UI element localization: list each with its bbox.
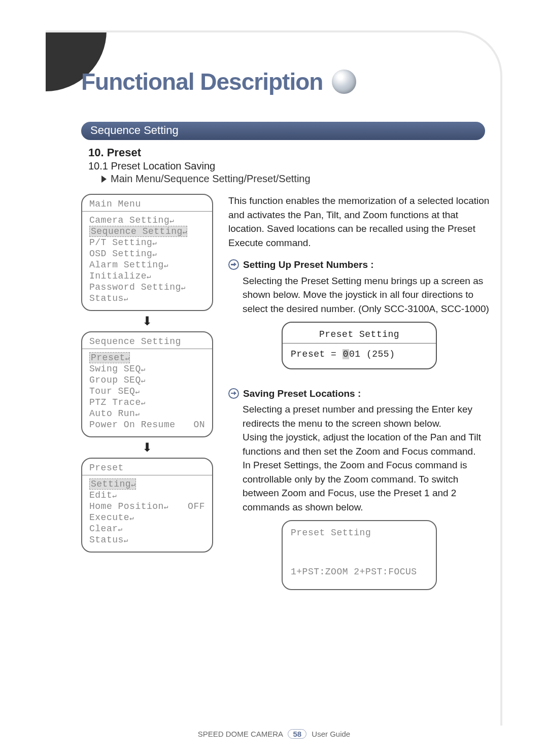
intro-text: This function enables the memorization o… (228, 194, 490, 250)
enter-icon: ↵ (141, 399, 144, 407)
title-row: Functional Description (81, 68, 490, 95)
enter-icon: ↵ (169, 217, 173, 225)
osd-line: 1+PST:ZOOM 2+PST:FOCUS (291, 565, 428, 578)
orb-icon (332, 70, 356, 94)
osd-title: Sequence Setting (89, 336, 205, 347)
menu-item: Execute↵ (89, 512, 205, 523)
enter-icon: ↵ (183, 228, 186, 236)
menu-item: Power On ResumeON (89, 419, 205, 430)
enter-icon: ↵ (112, 492, 115, 500)
bullet1-title: Setting Up Preset Numbers : (243, 258, 374, 272)
bullet2-title: Saving Preset Locations : (243, 387, 361, 401)
enter-icon: ↵ (141, 376, 144, 385)
heading-10: 10. Preset (88, 146, 490, 159)
left-column: Main Menu Camera Setting↵ Sequence Setti… (81, 194, 213, 590)
osd-title: Main Menu (89, 199, 205, 209)
menu-item: Sequence Setting↵ (89, 226, 205, 237)
menu-item: Clear↵ (89, 523, 205, 534)
enter-icon: ↵ (125, 354, 128, 362)
columns: Main Menu Camera Setting↵ Sequence Setti… (81, 194, 490, 590)
menu-item: Home Position↵OFF (89, 501, 205, 512)
osd-title: Preset Setting (291, 328, 428, 341)
arrow-bullet-icon (228, 259, 239, 270)
menu-item: Preset↵ (89, 352, 205, 363)
osd-preset-setting-1: Preset Setting Preset = 001 (255) (282, 322, 437, 369)
enter-icon: ↵ (164, 261, 167, 269)
osd-preset-setting-2: Preset Setting 1+PST:ZOOM 2+PST:FOCUS (282, 520, 437, 590)
osd-main-menu: Main Menu Camera Setting↵ Sequence Setti… (81, 194, 213, 311)
enter-icon: ↵ (124, 536, 127, 544)
arrow-bullet-icon (228, 388, 239, 399)
menu-item: Group SEQ↵ (89, 374, 205, 386)
page-title: Functional Description (81, 68, 323, 95)
enter-icon: ↵ (152, 239, 155, 247)
menu-item: Swing SEQ↵ (89, 363, 205, 374)
osd-line: Preset = 001 (255) (291, 348, 428, 361)
heading-10-1: 10.1 Preset Location Saving (88, 160, 490, 172)
menu-item: Alarm Setting↵ (89, 259, 205, 270)
section-band: Sequence Setting (81, 122, 485, 140)
bullet-2: Saving Preset Locations : (228, 387, 490, 401)
enter-icon: ↵ (181, 284, 184, 292)
triangle-icon (101, 176, 107, 183)
menu-item: Edit↵ (89, 490, 205, 501)
menu-item: P/T Setting↵ (89, 237, 205, 248)
enter-icon: ↵ (135, 410, 138, 418)
enter-icon: ↵ (124, 295, 127, 303)
section-band-wrap: Sequence Setting (81, 122, 490, 140)
down-arrow-icon: ⬇ (81, 314, 213, 328)
divider (82, 349, 212, 349)
divider (82, 475, 212, 475)
menu-item: Tour SEQ↵ (89, 386, 205, 397)
divider (82, 211, 212, 212)
osd-sequence-setting: Sequence Setting Preset↵ Swing SEQ↵ Grou… (81, 331, 213, 437)
menu-item: PTZ Trace↵ (89, 397, 205, 408)
breadcrumb-text: Main Menu/Sequence Setting/Preset/Settin… (111, 173, 311, 185)
menu-item: Initialize↵ (89, 270, 205, 282)
menu-item: OSD Setting↵ (89, 248, 205, 259)
menu-item: Status↵ (89, 534, 205, 545)
menu-item: Status↵ (89, 293, 205, 304)
down-arrow-icon: ⬇ (81, 440, 213, 455)
page-content: Functional Description Sequence Setting … (46, 30, 502, 726)
footer: SPEED DOME CAMERA 58 User Guide (0, 729, 548, 739)
footer-right: User Guide (312, 730, 350, 738)
enter-icon: ↵ (118, 525, 121, 533)
enter-icon: ↵ (141, 365, 144, 373)
osd-title: Preset Setting (291, 526, 428, 539)
menu-item: Camera Setting↵ (89, 215, 205, 226)
menu-item: Password Setting↵ (89, 282, 205, 293)
right-column: This function enables the memorization o… (228, 194, 490, 590)
menu-item: Setting↵ (89, 478, 205, 490)
enter-icon: ↵ (152, 250, 155, 258)
divider (283, 343, 436, 343)
menu-item: Auto Run↵ (89, 408, 205, 419)
enter-icon: ↵ (147, 272, 150, 281)
bullet2-text: Selecting a preset number and pressing t… (243, 402, 490, 514)
osd-title: Preset (89, 463, 205, 473)
enter-icon: ↵ (164, 503, 167, 511)
enter-icon: ↵ (129, 514, 132, 522)
bullet1-text: Selecting the Preset Setting menu brings… (243, 274, 490, 316)
enter-icon: ↵ (135, 388, 138, 396)
bullet-1: Setting Up Preset Numbers : (228, 258, 490, 272)
page-number: 58 (288, 729, 306, 739)
breadcrumb: Main Menu/Sequence Setting/Preset/Settin… (101, 173, 490, 185)
footer-left: SPEED DOME CAMERA (198, 730, 283, 738)
enter-icon: ↵ (131, 480, 134, 489)
osd-preset: Preset Setting↵ Edit↵ Home Position↵OFF … (81, 458, 213, 553)
